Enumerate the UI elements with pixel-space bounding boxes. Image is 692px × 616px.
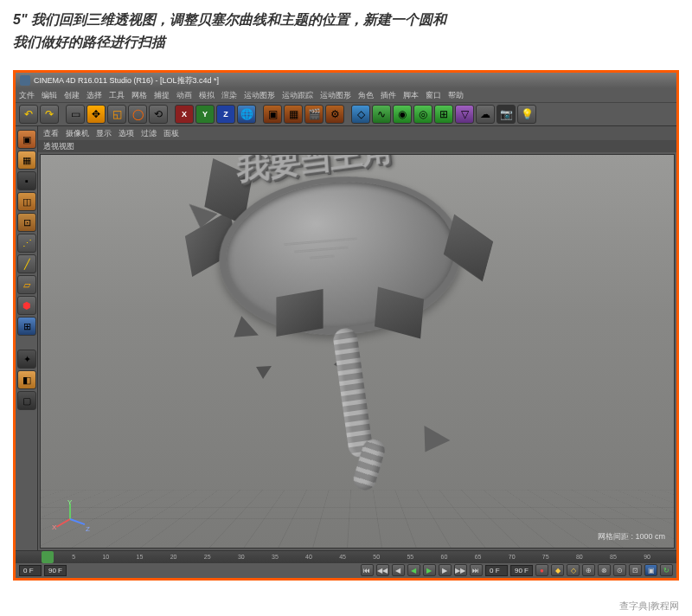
workplane-button[interactable]: ⊞ <box>17 317 36 336</box>
perspective-viewport[interactable]: 我要当主角 ═══════════════ ═══════════ ═════ <box>40 154 675 549</box>
menu-simulate[interactable]: 模拟 <box>199 90 215 101</box>
menu-help[interactable]: 帮助 <box>448 90 464 101</box>
snap-button[interactable]: ⬢ <box>17 296 36 315</box>
grid-spacing-label: 网格间距 : 1000 cm <box>598 531 665 542</box>
key-rot-button[interactable]: ⊙ <box>613 564 626 576</box>
frame-cur-field[interactable]: 0 F <box>485 565 508 576</box>
render-view-button[interactable]: ▣ <box>263 105 282 124</box>
deformer-button[interactable]: ▽ <box>455 105 474 124</box>
array-button[interactable]: ⊞ <box>434 105 453 124</box>
vp-menu-camera[interactable]: 摄像机 <box>66 128 89 139</box>
titlebar: CINEMA 4D R16.011 Studio (R16) - [LOL推荐3… <box>16 73 676 88</box>
play-back-button[interactable]: ◀ <box>407 564 420 576</box>
render-picture-button[interactable]: 🎬 <box>304 105 324 124</box>
object-mode-button[interactable]: ◫ <box>17 192 36 211</box>
menu-edit[interactable]: 编辑 <box>42 90 57 101</box>
menu-animate[interactable]: 动画 <box>176 90 192 101</box>
menu-motion-track[interactable]: 运动跟踪 <box>282 90 313 101</box>
menu-mograph2[interactable]: 运动图形 <box>320 90 351 101</box>
menu-select[interactable]: 选择 <box>86 90 102 101</box>
vp-menu-options[interactable]: 选项 <box>119 128 134 139</box>
next-key-button[interactable]: ▶▶ <box>454 564 467 576</box>
vp-menu-display[interactable]: 显示 <box>96 128 112 139</box>
menu-mograph[interactable]: 运动图形 <box>244 90 275 101</box>
axis-x-toggle[interactable]: X <box>175 105 194 124</box>
menu-snap[interactable]: 捕捉 <box>154 90 170 101</box>
timeline: 0 5 10 15 20 25 30 35 40 45 50 55 60 65 … <box>16 550 676 578</box>
menu-render[interactable]: 渲染 <box>221 90 237 101</box>
coord-system-button[interactable]: 🌐 <box>237 105 256 124</box>
vp-menu-view[interactable]: 查看 <box>43 128 59 139</box>
next-frame-button[interactable]: ▶ <box>439 564 452 576</box>
model-mode-button[interactable]: ▦ <box>17 151 36 170</box>
play-button[interactable]: ▶ <box>423 564 436 576</box>
key-scale-button[interactable]: ⊗ <box>598 564 611 576</box>
axis-z-toggle[interactable]: Z <box>216 105 235 124</box>
axis-lock-button[interactable]: ✦ <box>17 350 36 369</box>
loop-button[interactable]: ↻ <box>660 564 673 576</box>
generator-button[interactable]: ◉ <box>393 105 412 124</box>
keyframe-button[interactable]: ◇ <box>567 564 580 576</box>
point-mode-button[interactable]: ⋰ <box>17 234 36 253</box>
instruction-line1: 5" 我们回到三维透视图，调整贝塞尔曲线和主题的位置，新建一个圆和 <box>13 9 679 31</box>
last-tool-button[interactable]: ⟲ <box>149 105 168 124</box>
frame-total-field[interactable]: 90 F <box>510 565 533 576</box>
goto-end-button[interactable]: ⏭ <box>470 564 483 576</box>
undo-button[interactable]: ↶ <box>19 105 38 124</box>
key-pos-button[interactable]: ⊕ <box>582 564 595 576</box>
vp-menu-panel[interactable]: 面板 <box>163 128 179 139</box>
timeline-ruler[interactable]: 0 5 10 15 20 25 30 35 40 45 50 55 60 65 … <box>16 551 676 563</box>
render-settings-button[interactable]: ⚙ <box>325 105 344 124</box>
key-param-button[interactable]: ⊡ <box>629 564 642 576</box>
app-icon <box>20 75 30 86</box>
viewport-tab[interactable]: 透视视图 <box>38 140 676 152</box>
menubar: 文件 编辑 创建 选择 工具 网格 捕捉 动画 模拟 渲染 运动图形 运动跟踪 … <box>16 88 676 102</box>
menu-window[interactable]: 窗口 <box>426 90 441 101</box>
menu-character[interactable]: 角色 <box>358 90 374 101</box>
make-editable-button[interactable]: ▣ <box>17 130 36 149</box>
render-region-button[interactable]: ▦ <box>284 105 303 124</box>
menu-mesh[interactable]: 网格 <box>131 90 147 101</box>
light-button[interactable]: 💡 <box>517 105 536 124</box>
menu-create[interactable]: 创建 <box>64 90 80 101</box>
shard <box>234 317 262 345</box>
move-button[interactable]: ✥ <box>86 105 106 124</box>
instruction-text: 5" 我们回到三维透视图，调整贝塞尔曲线和主题的位置，新建一个圆和 我们做好的路… <box>0 0 692 70</box>
redo-button[interactable]: ↷ <box>40 105 59 124</box>
gizmo-x-axis <box>56 518 71 528</box>
camera-button[interactable]: 📷 <box>497 105 516 124</box>
generator2-button[interactable]: ◎ <box>413 105 432 124</box>
scale-button[interactable]: ◱ <box>107 105 126 124</box>
locked-button[interactable]: ▢ <box>17 391 36 410</box>
prev-frame-button[interactable]: ◀ <box>392 564 405 576</box>
poly-mode-button[interactable]: ▱ <box>17 275 36 294</box>
cinema4d-window: CINEMA 4D R16.011 Studio (R16) - [LOL推荐3… <box>13 70 679 581</box>
menu-plugins[interactable]: 插件 <box>381 90 396 101</box>
texture-mode-button[interactable]: ▪ <box>17 171 36 190</box>
prev-key-button[interactable]: ◀◀ <box>376 564 389 576</box>
primitive-button[interactable]: ◇ <box>351 105 370 124</box>
edge-mode-button[interactable]: ╱ <box>17 254 36 273</box>
toolbar: ↶ ↷ ▭ ✥ ◱ ◯ ⟲ X Y Z 🌐 ▣ ▦ 🎬 ⚙ ◇ ∿ ◉ ◎ ⊞ … <box>16 102 676 126</box>
axis-y-toggle[interactable]: Y <box>195 105 215 124</box>
main-area: ▣ ▦ ▪ ◫ ⊡ ⋰ ╱ ▱ ⬢ ⊞ ✦ ◧ ▢ 查看 摄像机 显示 选项 过… <box>16 126 676 550</box>
viewport-solo-button[interactable]: ◧ <box>17 370 36 389</box>
autokey-button[interactable]: ◆ <box>551 564 564 576</box>
menu-script[interactable]: 脚本 <box>403 90 419 101</box>
xray-button[interactable]: ⊡ <box>17 213 36 232</box>
menu-tools[interactable]: 工具 <box>109 90 125 101</box>
frame-start-field[interactable]: 0 F <box>19 565 42 576</box>
timeline-playhead[interactable] <box>42 551 54 563</box>
rotate-button[interactable]: ◯ <box>128 105 147 124</box>
goto-start-button[interactable]: ⏮ <box>361 564 374 576</box>
live-select-button[interactable]: ▭ <box>66 105 85 124</box>
vp-menu-filter[interactable]: 过滤 <box>141 128 157 139</box>
title-text: CINEMA 4D R16.011 Studio (R16) - [LOL推荐3… <box>34 75 219 87</box>
frame-end-field[interactable]: 90 F <box>44 565 67 576</box>
environment-button[interactable]: ☁ <box>476 105 495 124</box>
gizmo-y-label: Y <box>67 498 72 506</box>
spline-button[interactable]: ∿ <box>372 105 391 124</box>
menu-file[interactable]: 文件 <box>19 90 35 101</box>
record-button[interactable]: ● <box>535 564 548 576</box>
key-pla-button[interactable]: ▣ <box>644 564 657 576</box>
